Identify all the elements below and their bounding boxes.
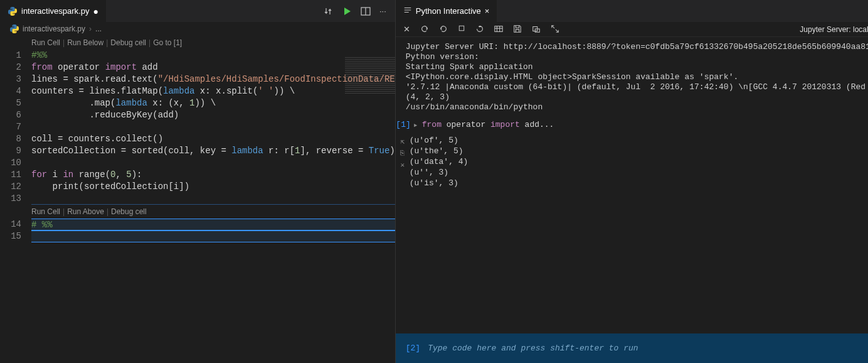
line-gutter: 12345678910111213 1415 [0, 36, 31, 363]
minimap[interactable] [345, 57, 395, 120]
variables-icon[interactable] [494, 24, 503, 34]
codelens-run-cell[interactable]: Run Cell [31, 206, 60, 218]
input-placeholder: Type code here and press shift-enter to … [428, 344, 638, 353]
interactive-icon [403, 6, 412, 16]
tab-filename: interactivespark.py [21, 6, 89, 16]
interactive-body: Jupyter Server URI: http://localhost:888… [396, 37, 868, 363]
codelens-debug-cell[interactable]: Debug cell [110, 37, 146, 49]
codelens-run-cell[interactable]: Run Cell [31, 37, 60, 49]
python-file-icon [10, 24, 19, 33]
editor-tab[interactable]: interactivespark.py ● [0, 0, 107, 22]
breadcrumb-file: interactivespark.py [23, 24, 85, 33]
python-file-icon [8, 6, 18, 16]
editor-tab-actions: ··· [323, 6, 395, 16]
cell-output-text: (u'of', 5) (u'the', 5) (u'data', 4) (u''… [410, 135, 868, 188]
code-editor[interactable]: 12345678910111213 1415 Run Cell| Run Bel… [0, 36, 395, 363]
editor-tab-bar: interactivespark.py ● ··· [0, 0, 395, 22]
chevron-right-icon: › [89, 24, 92, 33]
run-icon[interactable] [342, 6, 352, 16]
compare-changes-icon[interactable] [323, 6, 333, 16]
copy-icon[interactable]: ⎘ [400, 149, 405, 157]
expand-cell-icon[interactable]: ▸ [413, 120, 422, 130]
svg-rect-2 [459, 26, 464, 31]
close-icon[interactable]: × [485, 6, 490, 16]
interactive-toolbar: ✕ Jupyter Server: local ⦿ PySpark: Idle [396, 22, 868, 37]
delete-cell-icon[interactable]: ✕ [400, 161, 405, 169]
cell-prompt: [1] [396, 120, 413, 130]
codelens-2: Run Cell| Run Above| Debug cell [31, 205, 395, 219]
cell-code: from operator import add... [422, 120, 868, 130]
interactive-tab[interactable]: Python Interactive × [396, 0, 497, 22]
stop-icon[interactable] [458, 24, 465, 34]
breadcrumb[interactable]: interactivespark.py › ... [0, 22, 395, 36]
save-icon[interactable] [513, 24, 522, 34]
svg-rect-3 [495, 26, 502, 32]
cell-output-gutter: ⇱ ⎘ ✕ [396, 135, 410, 188]
interactive-tab-bar: Python Interactive × ··· [396, 0, 868, 22]
restart-icon[interactable] [475, 24, 484, 34]
breadcrumb-rest: ... [95, 24, 102, 33]
redo-icon[interactable] [420, 24, 429, 34]
undo-icon[interactable] [439, 24, 448, 34]
cell-1-output: ⇱ ⎘ ✕ (u'of', 5) (u'the', 5) (u'data', 4… [396, 133, 868, 191]
dirty-indicator: ● [93, 6, 98, 16]
cell-1-input: [1] ▸ from operator import add... [396, 117, 868, 133]
more-actions-icon[interactable]: ··· [379, 6, 386, 16]
startup-output: Jupyter Server URI: http://localhost:888… [396, 37, 868, 117]
split-editor-icon[interactable] [361, 6, 371, 16]
code-content[interactable]: Run Cell| Run Below| Debug cell| Go to [… [31, 36, 395, 363]
codelens-run-above[interactable]: Run Above [67, 206, 104, 218]
codelens-run-below[interactable]: Run Below [67, 37, 103, 49]
goto-code-icon[interactable]: ⇱ [400, 138, 405, 146]
interactive-input[interactable]: [2] Type code here and press shift-enter… [396, 333, 868, 363]
export-icon[interactable] [532, 24, 541, 34]
expand-icon[interactable] [551, 24, 559, 34]
codelens-debug-cell[interactable]: Debug cell [111, 206, 147, 218]
input-prompt: [2] [406, 344, 420, 353]
codelens-goto[interactable]: Go to [1] [153, 37, 182, 49]
codelens-1: Run Cell| Run Below| Debug cell| Go to [… [31, 36, 395, 50]
jupyter-server-status[interactable]: Jupyter Server: local ⦿ [800, 25, 868, 34]
interactive-tab-title: Python Interactive [416, 6, 481, 16]
clear-icon[interactable]: ✕ [403, 24, 410, 34]
